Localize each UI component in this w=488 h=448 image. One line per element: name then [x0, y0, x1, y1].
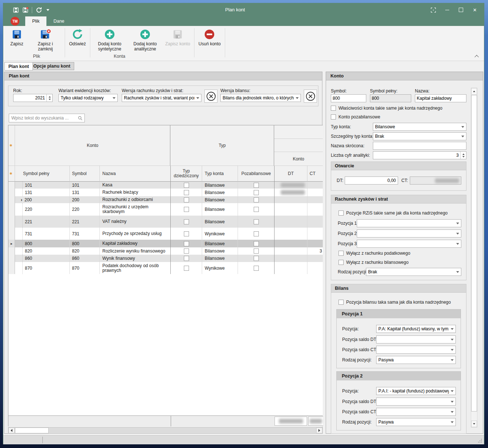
- checkbox-bilans-same[interactable]: [338, 300, 344, 305]
- table-row[interactable]: 220220Rozrachunki z urzędem skarbowymBil…: [8, 203, 323, 216]
- checkbox-pozabilansowe[interactable]: [254, 248, 259, 254]
- scroll-up-icon[interactable]: [471, 88, 477, 95]
- pozycja2-dropdown[interactable]: [357, 229, 461, 238]
- scrollbar-thumb[interactable]: [15, 428, 49, 433]
- bilans-version-dropdown[interactable]: Bilans dla jednostek mikro, o których: [220, 94, 301, 102]
- col-symbol-pelny[interactable]: Symbol pełny: [15, 166, 70, 182]
- ribbon-button-usuń-konto[interactable]: Usuń konto: [197, 27, 222, 47]
- checkbox-pozabilansowe[interactable]: [254, 219, 259, 224]
- scroll-left-icon[interactable]: [8, 428, 15, 433]
- group-header-konto-right[interactable]: Konto: [274, 152, 323, 166]
- checkbox-typ-dziedziczony[interactable]: [184, 266, 189, 271]
- ribbon-button-odśwież[interactable]: Odśwież: [68, 27, 87, 47]
- liczba-cyfr-spinner[interactable]: 3: [373, 151, 466, 159]
- checkbox-pozabilansowe[interactable]: [254, 256, 259, 261]
- col-symbol[interactable]: Symbol: [70, 166, 100, 182]
- table-row[interactable]: 731731Przychody ze sprzedaży usługWyniko…: [8, 228, 323, 240]
- minimize-button[interactable]: [440, 3, 454, 16]
- checkbox-pozabilansowe[interactable]: [254, 266, 259, 271]
- clear-rzis-button[interactable]: [204, 90, 217, 103]
- checkbox-typ-dziedziczony[interactable]: [184, 256, 189, 261]
- tab-opcje-planu-kont[interactable]: Opcje planu kont: [29, 62, 74, 70]
- nazwa-skrocona-field[interactable]: [373, 142, 466, 150]
- checkbox-pozabilansowe[interactable]: [254, 207, 259, 212]
- close-button[interactable]: ✕: [468, 3, 482, 16]
- col-nazwa[interactable]: Nazwa: [100, 166, 171, 182]
- rok-spinner[interactable]: 2021: [13, 94, 53, 102]
- toolbar-dropdown-icon[interactable]: [46, 9, 49, 11]
- clear-bilans-button[interactable]: [304, 90, 317, 103]
- spinner-arrows-icon[interactable]: [46, 94, 52, 102]
- checkbox-pozabilansowe[interactable]: [254, 231, 259, 236]
- col-ct[interactable]: CT: [307, 166, 323, 182]
- pozycja1-dropdown[interactable]: [357, 219, 461, 227]
- group-header-typ[interactable]: Typ: [170, 125, 274, 166]
- checkbox-wylacz-podatkowy[interactable]: [338, 251, 344, 256]
- ribbon-collapse-chevron-icon[interactable]: [475, 54, 479, 58]
- refresh-icon[interactable]: [35, 7, 42, 14]
- bilans2-pozycja-dropdown[interactable]: P.A.I: - kapitał (fundusz) podstawowy: [376, 387, 456, 395]
- table-row[interactable]: 221221VAT należnyBilansowe: [8, 216, 323, 228]
- col-typ-konta[interactable]: Typ konta: [202, 166, 238, 182]
- bilans1-pozycja-dropdown[interactable]: P.A: Kapitał (fundusz) własny, w tym:: [376, 325, 456, 333]
- ribbon-tab-dane[interactable]: Dane: [46, 16, 71, 26]
- bilans1-rodzaj-dropdown[interactable]: Pasywa: [376, 356, 456, 364]
- checkbox-wylacz-bilansowy[interactable]: [338, 260, 344, 265]
- bilans2-saldo-dt-dropdown[interactable]: [376, 398, 456, 406]
- otwarcie-dt-field[interactable]: 0,00: [345, 176, 398, 185]
- expander-icon[interactable]: ›: [15, 196, 22, 203]
- checkbox-typ-dziedziczony[interactable]: [184, 219, 189, 224]
- col-dt[interactable]: DT: [275, 166, 307, 182]
- ribbon-button-zapisz[interactable]: Zapisz: [7, 27, 27, 47]
- rzis-version-dropdown[interactable]: Rachunek zysków i strat, wariant poró: [122, 94, 201, 102]
- checkbox-typ-dziedziczony[interactable]: [184, 183, 189, 188]
- rodzaj-pozycji-dropdown[interactable]: Brak: [366, 268, 461, 276]
- checkbox-pozabilansowe[interactable]: [254, 183, 259, 188]
- focus-mode-icon[interactable]: [426, 3, 440, 16]
- pozycja3-dropdown[interactable]: [357, 240, 461, 248]
- scrollbar-thumb[interactable]: [471, 95, 477, 411]
- checkbox-konto-pozabilansowe[interactable]: [331, 114, 336, 119]
- search-input[interactable]: Wpisz tekst do wyszukania ...: [9, 114, 85, 122]
- ribbon-tab-plik[interactable]: Plik: [25, 16, 46, 26]
- symbol-field[interactable]: 800: [331, 94, 366, 102]
- maximize-button[interactable]: [454, 3, 468, 16]
- bilans2-rodzaj-dropdown[interactable]: Pasywa: [376, 418, 456, 426]
- save-icon[interactable]: [13, 7, 19, 13]
- checkbox-typ-dziedziczony[interactable]: [184, 197, 189, 202]
- checkbox-rzis-same[interactable]: [338, 210, 344, 216]
- ribbon-button-dodaj-konto-syntetyczne[interactable]: Dodaj konto syntetyczne: [93, 27, 126, 52]
- checkbox-pozabilansowe[interactable]: [254, 197, 259, 202]
- table-row[interactable]: 820820Rozliczenie wyniku finansowegoBila…: [8, 247, 323, 255]
- bilans1-saldo-dt-dropdown[interactable]: [376, 335, 456, 343]
- table-row[interactable]: 101101KasaBilansowe: [8, 182, 323, 189]
- spinner-arrows-icon[interactable]: [460, 152, 466, 159]
- ribbon-button-zapisz-i-zamknij[interactable]: Zapisz i zamknij: [29, 27, 62, 52]
- table-row[interactable]: ›200200Rozrachunki z odbiorcamiBilansowe: [8, 196, 323, 203]
- checkbox-typ-dziedziczony[interactable]: [184, 207, 189, 212]
- col-typ-dziedziczony[interactable]: Typ dziedziczony: [171, 166, 202, 182]
- col-pozabilansowe[interactable]: Pozabilansowe: [238, 166, 275, 182]
- checkbox-typ-dziedziczony[interactable]: [184, 231, 189, 236]
- szczegolny-typ-dropdown[interactable]: Brak: [373, 132, 466, 140]
- table-row[interactable]: 870870Podatek dochodowy od osób prawnych…: [8, 262, 323, 274]
- checkbox-wlasciwosci[interactable]: [331, 106, 336, 111]
- horizontal-scrollbar[interactable]: [8, 427, 323, 434]
- save-close-icon[interactable]: [22, 7, 29, 13]
- table-row[interactable]: 131131Rachunek bieżącyBilansowe: [8, 189, 323, 196]
- bilans1-saldo-ct-dropdown[interactable]: [376, 346, 456, 354]
- scroll-right-icon[interactable]: [316, 428, 322, 433]
- scroll-down-icon[interactable]: [471, 421, 477, 427]
- table-row[interactable]: 860860Wynik finansowyBilansowe: [8, 255, 323, 262]
- table-row[interactable]: ▸800800Kapitał zakładowyBilansowe: [8, 240, 323, 247]
- checkbox-pozabilansowe[interactable]: [254, 241, 259, 246]
- ribbon-button-dodaj-konto-analityczne[interactable]: Dodaj konto analityczne: [128, 27, 162, 52]
- bilans2-saldo-ct-dropdown[interactable]: [376, 408, 456, 416]
- vertical-scrollbar[interactable]: [471, 88, 477, 428]
- tab-plan-kont[interactable]: Plan kont: [4, 62, 33, 71]
- checkbox-typ-dziedziczony[interactable]: [184, 248, 189, 254]
- typ-konta-dropdown[interactable]: Bilansowe: [373, 123, 466, 131]
- nazwa-field[interactable]: Kapitał zakładowy: [415, 94, 466, 102]
- wariant-dropdown[interactable]: Tylko układ rodzajowy: [58, 94, 118, 102]
- resize-grip[interactable]: [481, 442, 482, 443]
